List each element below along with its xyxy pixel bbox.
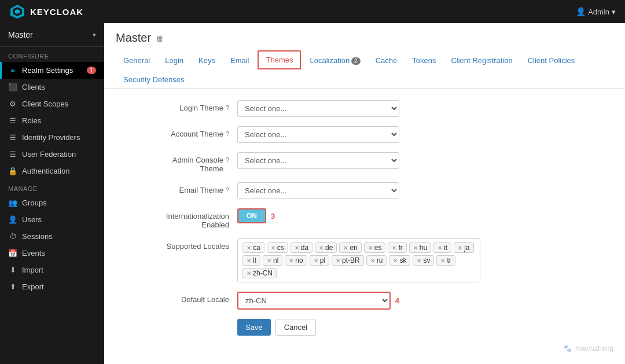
internationalization-label: Internationalization Enabled — [122, 208, 237, 229]
internationalization-row: Internationalization Enabled ON 3 — [122, 208, 608, 229]
remove-sv-icon[interactable]: ✕ — [417, 258, 421, 264]
remove-sk-icon[interactable]: ✕ — [393, 258, 398, 264]
default-locale-wrap: cacsdade enesfrhu itjaltnl noplpt-BRru s… — [237, 292, 399, 310]
tab-security-defenses[interactable]: Security Defenses — [116, 71, 192, 89]
login-theme-help-icon[interactable]: ? — [226, 104, 229, 111]
login-theme-select[interactable]: Select one... keycloak rh-sso — [237, 100, 399, 117]
sidebar-item-groups[interactable]: 👥 Groups — [0, 194, 104, 211]
remove-ja-icon[interactable]: ✕ — [458, 245, 462, 251]
tabs-bar: General Login Keys Email Themes Localiza… — [104, 45, 625, 89]
sidebar-item-identity-providers[interactable]: ☰ Identity Providers — [0, 129, 104, 146]
locale-pl: ✕ pl — [310, 255, 329, 266]
remove-ru-icon[interactable]: ✕ — [370, 258, 375, 264]
locale-zh-cn: ✕ zh-CN — [242, 268, 277, 278]
events-icon: 📅 — [8, 249, 17, 258]
remove-zh-cn-icon[interactable]: ✕ — [247, 270, 251, 277]
default-locale-select[interactable]: cacsdade enesfrhu itjaltnl noplpt-BRru s… — [237, 292, 391, 310]
locales-container: ✕ ca ✕ cs ✕ da ✕ de ✕ en ✕ es ✕ fr ✕ hu … — [237, 238, 480, 282]
locale-ca: ✕ ca — [242, 242, 264, 253]
sidebar-item-client-scopes[interactable]: ⚙ Client Scopes — [0, 95, 104, 112]
account-theme-select[interactable]: Select one... keycloak rh-sso — [237, 126, 399, 143]
locale-hu: ✕ hu — [409, 242, 431, 253]
sidebar-item-export[interactable]: ⬆ Export — [0, 278, 104, 295]
delete-realm-icon[interactable]: 🗑 — [156, 34, 164, 43]
sidebar-item-clients[interactable]: ⬛ Clients — [0, 79, 104, 95]
tab-keys[interactable]: Keys — [191, 52, 223, 69]
remove-tr-icon[interactable]: ✕ — [440, 258, 445, 264]
configure-label: Configure — [0, 47, 104, 62]
tab-client-registration[interactable]: Client Registration — [443, 52, 520, 69]
remove-ca-icon[interactable]: ✕ — [247, 245, 251, 251]
admin-console-theme-control: Select one... keycloak rh-sso — [237, 152, 399, 169]
account-theme-help-icon[interactable]: ? — [226, 130, 229, 137]
keycloak-logo-icon — [9, 3, 25, 20]
admin-menu[interactable]: 👤 Admin ▾ — [576, 7, 616, 16]
sidebar-item-user-federation[interactable]: ☰ User Federation — [0, 146, 104, 163]
sidebar-item-sessions[interactable]: ⏱ Sessions — [0, 228, 104, 245]
admin-console-theme-select[interactable]: Select one... keycloak rh-sso — [237, 152, 399, 169]
remove-de-icon[interactable]: ✕ — [319, 245, 323, 251]
remove-pl-icon[interactable]: ✕ — [314, 258, 318, 264]
sidebar-item-roles[interactable]: ☰ Roles — [0, 112, 104, 129]
sidebar-realm[interactable]: Master ▾ — [0, 23, 104, 47]
remove-nl-icon[interactable]: ✕ — [267, 258, 271, 264]
remove-es-icon[interactable]: ✕ — [368, 245, 373, 251]
annotation-4: 4 — [395, 296, 399, 305]
sidebar-item-label: Export — [22, 282, 44, 291]
locale-nl: ✕ nl — [263, 255, 282, 266]
login-theme-row: Login Theme ? Select one... keycloak rh-… — [122, 100, 608, 117]
sidebar-item-events[interactable]: 📅 Events — [0, 245, 104, 262]
tab-email[interactable]: Email — [223, 52, 257, 69]
locale-fr: ✕ fr — [388, 242, 406, 253]
sidebar-item-import[interactable]: ⬇ Import — [0, 262, 104, 278]
content-area: Master 🗑 General Login Keys Email Themes… — [104, 23, 625, 364]
remove-cs-icon[interactable]: ✕ — [271, 245, 275, 251]
locale-cs: ✕ cs — [267, 242, 288, 253]
tab-themes[interactable]: Themes — [258, 50, 301, 69]
remove-no-icon[interactable]: ✕ — [289, 258, 293, 264]
sidebar-item-label: Identity Providers — [22, 133, 80, 142]
sidebar: Master ▾ Configure ≡ Realm Settings 1 ⬛ … — [0, 23, 104, 364]
locale-tr: ✕ tr — [436, 255, 455, 266]
save-button[interactable]: Save — [237, 319, 271, 336]
sidebar-item-label: Client Scopes — [22, 100, 68, 108]
sidebar-item-authentication[interactable]: 🔒 Authentication — [0, 163, 104, 179]
sidebar-item-realm-settings[interactable]: ≡ Realm Settings 1 — [0, 62, 104, 79]
tab-login[interactable]: Login — [157, 52, 191, 69]
supported-locales-control: ✕ ca ✕ cs ✕ da ✕ de ✕ en ✕ es ✕ fr ✕ hu … — [237, 238, 492, 282]
remove-lt-icon[interactable]: ✕ — [247, 258, 251, 264]
sidebar-item-users[interactable]: 👤 Users — [0, 211, 104, 228]
tab-client-policies[interactable]: Client Policies — [520, 52, 583, 69]
remove-it-icon[interactable]: ✕ — [438, 245, 442, 251]
client-scopes-icon: ⚙ — [8, 100, 17, 108]
tab-cache[interactable]: Cache — [368, 52, 405, 69]
locale-da: ✕ da — [291, 242, 312, 253]
account-theme-label: Account Theme ? — [122, 126, 237, 138]
cancel-button[interactable]: Cancel — [275, 319, 316, 336]
sessions-icon: ⏱ — [8, 232, 17, 241]
internationalization-toggle[interactable]: ON — [237, 208, 266, 223]
tab-general[interactable]: General — [116, 52, 157, 69]
toggle-container: ON 3 — [237, 208, 399, 223]
email-theme-help-icon[interactable]: ? — [226, 186, 229, 193]
users-icon: 👤 — [8, 215, 17, 224]
top-nav: KEYCLOAK 👤 Admin ▾ — [0, 0, 625, 23]
default-locale-label: Default Locale — [122, 292, 237, 304]
remove-hu-icon[interactable]: ✕ — [413, 245, 418, 251]
manage-label: Manage — [0, 179, 104, 194]
tab-tokens[interactable]: Tokens — [405, 52, 443, 69]
groups-icon: 👥 — [8, 198, 17, 207]
sidebar-item-label: User Federation — [22, 150, 76, 159]
localization-badge: 2 — [351, 57, 361, 65]
content-header: Master 🗑 — [104, 23, 625, 45]
email-theme-select[interactable]: Select one... keycloak rh-sso — [237, 182, 399, 199]
import-icon: ⬇ — [8, 266, 17, 274]
remove-en-icon[interactable]: ✕ — [343, 245, 348, 251]
realm-settings-badge: 1 — [87, 67, 96, 74]
tab-localization[interactable]: Localization2 — [302, 52, 367, 69]
remove-da-icon[interactable]: ✕ — [295, 245, 299, 251]
remove-fr-icon[interactable]: ✕ — [392, 245, 396, 251]
remove-pt-br-icon[interactable]: ✕ — [336, 258, 340, 264]
locale-ja: ✕ ja — [454, 242, 473, 253]
admin-console-theme-help-icon[interactable]: ? — [226, 156, 229, 163]
